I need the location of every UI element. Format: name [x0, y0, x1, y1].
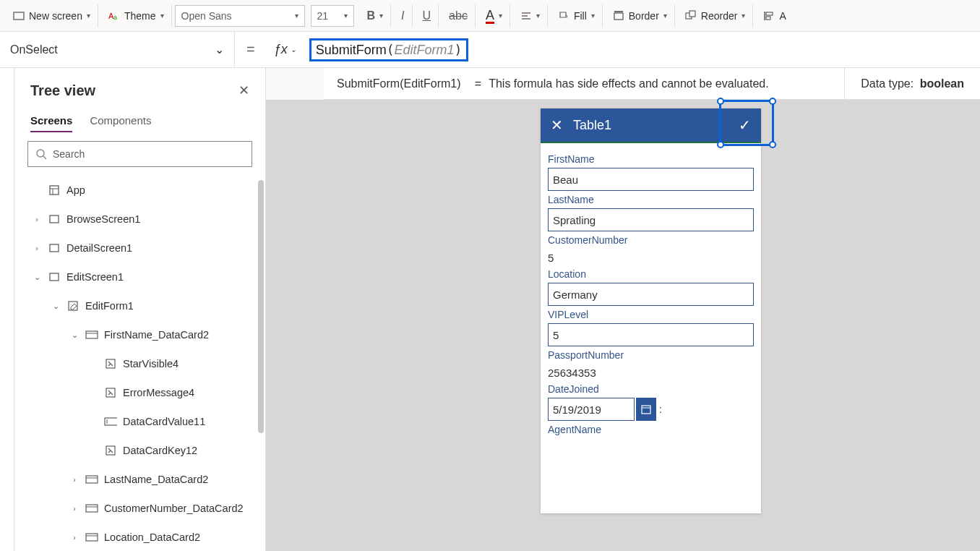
- resize-handle[interactable]: [769, 141, 776, 148]
- expand-chevron-icon[interactable]: ›: [69, 504, 79, 513]
- align-button[interactable]: ▾: [513, 4, 548, 27]
- node-icon: [48, 213, 61, 226]
- theme-button[interactable]: Aa Theme ▾: [101, 4, 172, 27]
- border-button[interactable]: Border ▾: [606, 4, 675, 27]
- tree-item[interactable]: DataCardValue11: [14, 407, 265, 436]
- expand-chevron-icon[interactable]: [88, 446, 98, 455]
- form-body: FirstNameLastNameCustomerNumber5Location…: [541, 143, 761, 438]
- field-label: AgentName: [548, 424, 754, 435]
- search-placeholder: Search: [53, 148, 85, 160]
- chevron-down-icon: ▾: [499, 12, 502, 20]
- fill-icon: [558, 10, 569, 22]
- underline-button[interactable]: U: [416, 4, 439, 27]
- tree-item-label: ErrorMessage4: [123, 387, 194, 398]
- node-icon: [104, 386, 117, 399]
- tree-item[interactable]: StarVisible4: [14, 349, 265, 378]
- border-icon: [613, 10, 624, 22]
- align-icon: [520, 10, 532, 22]
- calendar-icon[interactable]: [636, 398, 656, 421]
- tree-item[interactable]: ›DetailScreen1: [14, 234, 265, 262]
- node-icon: [85, 531, 98, 544]
- date-field: :: [548, 398, 754, 421]
- field-label: LastName: [548, 194, 754, 205]
- svg-rect-18: [50, 215, 59, 223]
- search-input[interactable]: Search: [27, 141, 252, 167]
- command-toolbar: New screen ▾ Aa Theme ▾ Open Sans ▾ 21 ▾…: [0, 0, 980, 32]
- expand-chevron-icon[interactable]: ›: [69, 533, 79, 542]
- tree-item-label: EditScreen1: [66, 271, 124, 283]
- tab-screens[interactable]: Screens: [30, 110, 72, 132]
- fx-button[interactable]: ƒx ⌄: [267, 42, 304, 57]
- font-size-select[interactable]: 21 ▾: [311, 5, 354, 27]
- align-objects-button[interactable]: A: [756, 4, 793, 27]
- node-icon: [104, 415, 117, 428]
- tree-item[interactable]: ErrorMessage4: [14, 378, 265, 407]
- svg-rect-15: [50, 186, 59, 195]
- fx-icon: ƒx: [274, 42, 288, 57]
- tree-item[interactable]: ›BrowseScreen1: [14, 205, 265, 234]
- tree-item-label: DataCardValue11: [123, 416, 205, 427]
- property-select[interactable]: OnSelect ⌄: [0, 32, 235, 67]
- svg-rect-31: [86, 505, 98, 512]
- tree-item[interactable]: ›Location_DataCard2: [14, 523, 265, 551]
- tree-item-label: App: [66, 184, 85, 196]
- expand-chevron-icon[interactable]: ›: [32, 244, 42, 252]
- new-screen-button[interactable]: New screen ▾: [6, 4, 98, 27]
- tree-item[interactable]: ⌄EditForm1: [14, 291, 265, 320]
- tree-item[interactable]: ›LastName_DataCard2: [14, 465, 265, 494]
- tree-item[interactable]: ›CustomerNumber_DataCard2: [14, 494, 265, 523]
- tree-item[interactable]: App: [14, 176, 265, 205]
- field-input[interactable]: [548, 283, 754, 306]
- chevron-down-icon: ⌄: [215, 43, 224, 56]
- font-name-select[interactable]: Open Sans ▾: [175, 5, 305, 27]
- field-input[interactable]: [548, 323, 754, 346]
- field-value: 5: [548, 249, 754, 265]
- fill-label: Fill: [574, 10, 587, 22]
- expand-chevron-icon[interactable]: [88, 417, 98, 426]
- node-icon: [85, 328, 98, 341]
- chevron-down-icon: ▾: [87, 12, 90, 20]
- underline-icon: U: [423, 9, 431, 22]
- reorder-button[interactable]: Reorder ▾: [678, 4, 754, 27]
- tree-item[interactable]: ⌄EditScreen1: [14, 262, 265, 291]
- field-label: FirstName: [548, 153, 754, 165]
- expand-chevron-icon[interactable]: [88, 388, 98, 397]
- strikethrough-icon: abc: [449, 9, 468, 22]
- italic-button[interactable]: I: [394, 4, 412, 27]
- tree-item-label: Location_DataCard2: [104, 531, 200, 543]
- chevron-down-icon: ▾: [591, 12, 595, 20]
- expand-chevron-icon[interactable]: ⌄: [32, 273, 42, 282]
- tree-item[interactable]: DataCardKey12: [14, 436, 265, 465]
- field-input[interactable]: [548, 208, 754, 231]
- strikethrough-button[interactable]: abc: [442, 4, 476, 27]
- font-color-button[interactable]: A ▾: [478, 4, 510, 27]
- svg-rect-33: [86, 534, 98, 541]
- tab-components[interactable]: Components: [90, 110, 151, 132]
- svg-rect-11: [766, 12, 773, 15]
- field-input[interactable]: [548, 168, 754, 191]
- date-input[interactable]: [548, 398, 635, 421]
- submit-icon[interactable]: ✓: [722, 116, 751, 134]
- reorder-icon: [685, 10, 697, 22]
- formula-result-bar: SubmitForm(EditForm1) = This formula has…: [324, 68, 980, 100]
- expand-chevron-icon[interactable]: [32, 186, 42, 195]
- align-objects-label: A: [779, 10, 786, 22]
- svg-rect-35: [642, 406, 650, 414]
- search-icon: [35, 148, 47, 160]
- expand-chevron-icon[interactable]: ›: [69, 475, 79, 484]
- expand-chevron-icon[interactable]: ›: [32, 215, 42, 223]
- fill-button[interactable]: Fill ▾: [551, 4, 603, 27]
- node-icon: [85, 473, 98, 486]
- formula-input[interactable]: SubmitForm(EditForm1): [304, 32, 980, 67]
- svg-rect-9: [689, 11, 695, 17]
- scrollbar-thumb[interactable]: [258, 180, 264, 433]
- field-label: PassportNumber: [548, 349, 754, 361]
- expand-chevron-icon[interactable]: [88, 359, 98, 368]
- expand-chevron-icon[interactable]: ⌄: [51, 302, 61, 311]
- tree-item[interactable]: ⌄FirstName_DataCard2: [14, 320, 265, 349]
- cancel-icon[interactable]: ✕: [551, 116, 563, 134]
- form-header: ✕ Table1 ✓: [541, 108, 761, 143]
- bold-button[interactable]: B▾: [360, 4, 392, 27]
- expand-chevron-icon[interactable]: ⌄: [69, 330, 79, 340]
- close-icon[interactable]: ✕: [236, 80, 252, 101]
